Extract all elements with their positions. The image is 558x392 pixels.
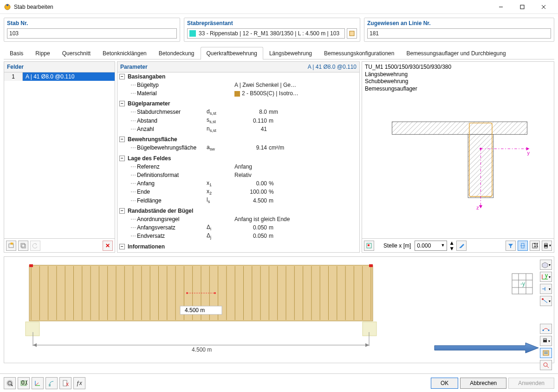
- svg-marker-20: [479, 205, 482, 208]
- material-button[interactable]: [45, 377, 58, 389]
- window-title: Stab bearbeiten: [14, 4, 490, 10]
- svg-line-109: [547, 366, 549, 368]
- filter-button[interactable]: [506, 241, 516, 251]
- anchor-button[interactable]: ▾: [540, 296, 552, 306]
- minimize-button[interactable]: [490, 0, 512, 14]
- param-row[interactable]: ⋯Anzahlns,st41: [117, 125, 359, 133]
- coord-button[interactable]: [32, 377, 44, 389]
- tab-l-ngsbewehrung[interactable]: Längsbewehrung: [263, 47, 318, 59]
- field-row[interactable]: 1A | 41 Ø8.0 @0.110: [4, 72, 115, 81]
- ok-button[interactable]: OK: [431, 378, 458, 389]
- delete-field-button[interactable]: ✕: [103, 241, 113, 251]
- undo-button[interactable]: [30, 241, 40, 251]
- svg-text:100: 100: [533, 242, 538, 248]
- tab-basis[interactable]: Basis: [4, 47, 29, 59]
- svg-rect-103: [543, 340, 547, 342]
- svg-rect-30: [545, 247, 547, 248]
- stab-nr-input[interactable]: [7, 28, 177, 39]
- results-button[interactable]: 100: [530, 241, 540, 251]
- param-group[interactable]: −Randabstände der Bügel: [117, 207, 359, 215]
- param-row[interactable]: ⋯Bügelbewehrungsflächeasw9.14cm²/m: [117, 144, 359, 152]
- tab-betondeckung[interactable]: Betondeckung: [153, 47, 201, 59]
- callout-target-button[interactable]: [540, 348, 552, 358]
- svg-text:0,00: 0,00: [21, 379, 27, 386]
- view-grid-icon[interactable]: -y: [511, 273, 533, 295]
- collapse-icon[interactable]: −: [119, 208, 125, 214]
- stabrep-select[interactable]: 33 - Rippenstab | 12 - R_M1 380/1350 | L…: [187, 28, 345, 39]
- tab-bemessungsauflager-und-durchbiegung[interactable]: Bemessungsauflager und Durchbiegung: [400, 47, 512, 59]
- print-button[interactable]: ▾: [542, 241, 552, 251]
- svg-rect-105: [543, 351, 549, 355]
- fields-panel: Felder 1A | 41 Ø8.0 @0.110 ★ ✕: [4, 61, 115, 253]
- stelle-input[interactable]: 0.000▼: [415, 241, 447, 251]
- stelle-label: Stelle x [m]: [383, 242, 411, 249]
- edit-button[interactable]: [456, 241, 467, 251]
- preview-line: Bemessungsauflager: [365, 85, 451, 93]
- param-row[interactable]: ⋯Anfangx10.00%: [117, 179, 359, 188]
- titlebar: Stab bearbeiten: [0, 0, 558, 14]
- param-row[interactable]: ⋯EndversatzΔj0.050m: [117, 232, 359, 240]
- view-iso-button[interactable]: ▾: [540, 260, 552, 270]
- find-button[interactable]: [540, 360, 552, 370]
- svg-rect-104: [544, 339, 546, 340]
- linie-input[interactable]: [367, 28, 551, 39]
- collapse-icon[interactable]: −: [119, 244, 125, 249]
- param-row[interactable]: ⋯AnordnungsregelAnfang ist gleich Ende: [117, 215, 359, 223]
- collapse-icon[interactable]: −: [119, 74, 125, 79]
- axis-toggle-button[interactable]: y▾: [540, 272, 552, 282]
- svg-rect-23: [368, 244, 370, 246]
- collapse-icon[interactable]: −: [119, 156, 125, 161]
- cancel-button[interactable]: Abbrechen: [460, 378, 506, 389]
- param-row[interactable]: ⋯Feldlängels4.500m: [117, 196, 359, 204]
- param-row[interactable]: ⋯Abstandss,st0.110m: [117, 116, 359, 124]
- svg-rect-80: [26, 322, 39, 336]
- preview-line: TU_M1 1500/150/930/150/930/380: [365, 64, 451, 71]
- add-field-button[interactable]: ★: [6, 241, 16, 251]
- param-group[interactable]: −Lage des Feldes: [117, 154, 359, 163]
- param-row[interactable]: ⋯ReferenzAnfang: [117, 163, 359, 171]
- close-button[interactable]: [533, 0, 554, 14]
- tab-querschnitt[interactable]: Querschnitt: [56, 47, 97, 59]
- collapse-icon[interactable]: −: [119, 137, 125, 142]
- svg-rect-29: [545, 243, 547, 245]
- param-row[interactable]: ⋯BügeltypA | Zwei Schenkel | Ge…: [117, 81, 359, 89]
- svg-marker-86: [365, 343, 369, 347]
- svg-rect-81: [363, 322, 376, 336]
- param-row[interactable]: ⋯AnfangsversatzΔi0.050m: [117, 223, 359, 232]
- tab-betonknickl-ngen[interactable]: Betonknicklängen: [97, 47, 153, 59]
- param-row[interactable]: ⋯Material2 - B500S(C) | Isotro…: [117, 89, 359, 98]
- tab-bemessungskonfigurationen[interactable]: Bemessungskonfigurationen: [318, 47, 400, 59]
- print-beam-button[interactable]: ▾: [540, 336, 552, 346]
- units-button[interactable]: 0,00: [18, 377, 30, 389]
- param-row[interactable]: ⋯Stabdurchmesserds,st8.0mm: [117, 108, 359, 116]
- export-button[interactable]: x: [59, 377, 71, 389]
- param-group[interactable]: −Informationen: [117, 242, 359, 251]
- param-group[interactable]: −Basisangaben: [117, 72, 359, 81]
- preview-panel: TU_M1 1500/150/930/150/930/380Längsbeweh…: [362, 61, 554, 253]
- stab-nr-box: Stab Nr.: [4, 18, 180, 42]
- a-button[interactable]: ▾: [540, 284, 552, 294]
- tab-querkraftbewehrung[interactable]: Querkraftbewehrung: [201, 47, 263, 59]
- help-button[interactable]: [4, 377, 16, 389]
- svg-text:4.500 m: 4.500 m: [185, 307, 205, 314]
- maximize-button[interactable]: [512, 0, 533, 14]
- stabrep-box: Stabrepräsentant 33 - Rippenstab | 12 - …: [184, 18, 360, 42]
- svg-text:4.500 m: 4.500 m: [192, 346, 212, 353]
- header: Stab Nr. Stabrepräsentant 33 - Rippensta…: [0, 14, 558, 46]
- duplicate-field-button[interactable]: [18, 241, 28, 251]
- param-row[interactable]: ⋯DefinitionsformatRelativ: [117, 171, 359, 179]
- rebar-curve-button[interactable]: [540, 324, 552, 334]
- display-options-button[interactable]: [518, 241, 528, 251]
- fx-button[interactable]: ƒx: [73, 377, 85, 389]
- param-group[interactable]: −Bewehrungsfläche: [117, 135, 359, 144]
- param-row[interactable]: ⋯Endex2100.00%: [117, 188, 359, 196]
- svg-text:★: ★: [9, 242, 14, 247]
- collapse-icon[interactable]: −: [119, 101, 125, 106]
- stabrep-picker-button[interactable]: [347, 28, 357, 39]
- svg-text:ƒx: ƒx: [76, 380, 83, 386]
- tab-rippe[interactable]: Rippe: [29, 47, 56, 59]
- zoom-extents-button[interactable]: [364, 241, 374, 251]
- svg-rect-73: [29, 264, 33, 267]
- param-group[interactable]: −Bügelparameter: [117, 99, 359, 108]
- svg-point-102: [548, 330, 550, 331]
